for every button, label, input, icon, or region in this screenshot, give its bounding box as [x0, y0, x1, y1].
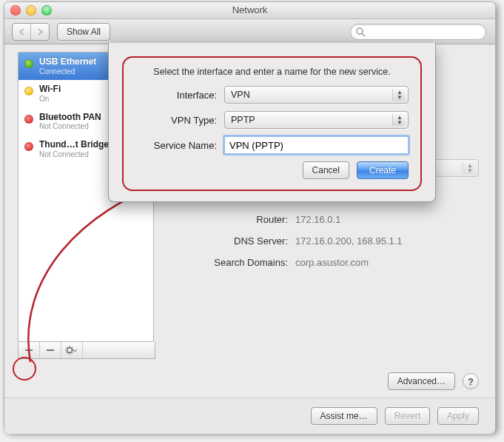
- add-service-button[interactable]: [19, 342, 40, 358]
- assist-me-button[interactable]: Assist me…: [311, 407, 377, 425]
- revert-button[interactable]: Revert: [385, 407, 430, 425]
- search-input[interactable]: [369, 26, 481, 38]
- window-controls: [10, 5, 52, 16]
- updown-icon: ▲▼: [467, 163, 473, 173]
- vpn-type-value: PPTP: [231, 115, 255, 125]
- forward-button[interactable]: [30, 24, 49, 40]
- back-icon: [19, 28, 25, 36]
- service-text: Bluetooth PAN Not Connected: [39, 113, 101, 131]
- dns-server-label: DNS Server:: [169, 235, 288, 247]
- service-text: Wi-Fi On: [39, 84, 61, 103]
- minimize-window-button[interactable]: [26, 5, 36, 16]
- svg-point-2: [67, 348, 73, 353]
- interface-row: Interface: VPN ▲▼: [135, 86, 409, 104]
- vpn-type-label: VPN Type:: [135, 115, 217, 126]
- updown-icon: ▲▼: [397, 90, 403, 100]
- advanced-button[interactable]: Advanced…: [388, 372, 455, 390]
- router-value: 172.16.0.1: [295, 214, 479, 225]
- service-name: Bluetooth PAN: [39, 113, 101, 123]
- preferences-window: Network Show All: [4, 1, 496, 432]
- search-domains-value: corp.asustor.com: [295, 257, 479, 268]
- svg-point-0: [357, 28, 363, 34]
- service-status: Not Connected: [39, 150, 109, 159]
- service-name-label: Service Name:: [135, 140, 217, 151]
- status-dot-icon: [24, 87, 33, 96]
- svg-line-1: [362, 33, 365, 36]
- interface-popup[interactable]: VPN ▲▼: [224, 86, 409, 104]
- question-icon: ?: [468, 376, 474, 387]
- apply-button[interactable]: Apply: [437, 407, 479, 425]
- service-name-input[interactable]: [224, 136, 409, 154]
- service-actions-button[interactable]: [61, 342, 83, 358]
- service-name: USB Ethernet: [39, 57, 96, 67]
- service-status: Not Connected: [39, 122, 101, 131]
- interface-label: Interface:: [135, 90, 217, 101]
- minus-icon: [46, 346, 55, 355]
- vpn-type-row: VPN Type: PPTP ▲▼: [135, 111, 409, 129]
- service-name: Wi-Fi: [39, 84, 61, 95]
- service-status: On: [39, 95, 61, 104]
- interface-value: VPN: [231, 90, 250, 100]
- close-window-button[interactable]: [10, 5, 21, 16]
- sheet-highlight-annotation: Select the interface and enter a name fo…: [122, 56, 422, 191]
- window-title: Network: [232, 4, 268, 16]
- updown-icon: ▲▼: [397, 115, 403, 125]
- service-name: Thund…t Bridge: [39, 140, 109, 150]
- dns-server-value: 172.16.0.200, 168.95.1.1: [295, 235, 479, 247]
- router-label: Router:: [169, 214, 288, 225]
- search-icon: [355, 27, 366, 37]
- toolbar-spacer: [83, 342, 155, 358]
- back-button[interactable]: [13, 24, 30, 40]
- search-domains-label: Search Domains:: [169, 257, 288, 268]
- toolbar: Show All: [4, 19, 495, 44]
- cancel-button[interactable]: Cancel: [303, 161, 349, 179]
- forward-icon: [37, 28, 44, 36]
- new-service-sheet: Select the interface and enter a name fo…: [108, 43, 436, 202]
- service-text: USB Ethernet Connected: [39, 57, 96, 76]
- service-name-row: Service Name:: [135, 136, 409, 154]
- zoom-window-button[interactable]: [41, 5, 52, 16]
- create-button[interactable]: Create: [357, 161, 409, 179]
- sheet-buttons: Cancel Create: [135, 161, 409, 179]
- service-list-toolbar: [18, 342, 155, 359]
- titlebar: Network: [4, 2, 495, 19]
- remove-service-button[interactable]: [40, 342, 61, 358]
- status-dot-icon: [24, 142, 33, 151]
- status-dot-icon: [24, 59, 33, 68]
- service-status: Connected: [39, 67, 96, 76]
- nav-buttons: [12, 23, 50, 41]
- search-field[interactable]: [350, 24, 486, 40]
- plus-icon: [24, 346, 33, 355]
- vpn-type-popup[interactable]: PPTP ▲▼: [224, 111, 409, 129]
- status-dot-icon: [24, 115, 33, 124]
- service-text: Thund…t Bridge Not Connected: [39, 140, 109, 158]
- sheet-prompt: Select the interface and enter a name fo…: [135, 67, 409, 77]
- footer: Assist me… Revert Apply: [4, 398, 495, 434]
- gear-icon: [65, 346, 78, 355]
- show-all-button[interactable]: Show All: [57, 23, 110, 41]
- main-bottom-bar: Advanced… ?: [388, 372, 479, 390]
- help-button[interactable]: ?: [463, 373, 479, 389]
